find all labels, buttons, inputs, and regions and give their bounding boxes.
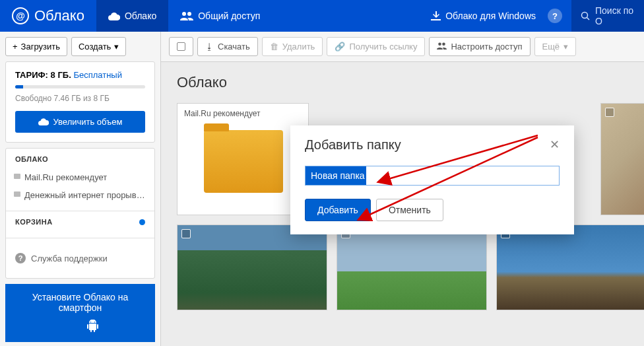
dialog-title: Добавить папку — [305, 137, 401, 153]
create-label: Создать — [79, 42, 111, 52]
download-button[interactable]: ⭳ Скачать — [197, 37, 258, 56]
cloud-icon — [108, 12, 120, 20]
storage-text: Свободно 7.46 ГБ из 8 ГБ — [15, 94, 145, 103]
sidebar: + Загрузить Создать ▾ ТАРИФ: 8 ГБ. Беспл… — [0, 32, 161, 346]
people-icon — [180, 12, 193, 20]
nav-shared[interactable]: Общий доступ — [168, 0, 272, 32]
sidebar-link-money[interactable]: Денежный интернет прорыв ... — [6, 186, 154, 204]
thumb-label: Mail.Ru рекомендует — [184, 109, 261, 118]
thumb-checkbox[interactable] — [181, 229, 191, 238]
image-thumb-1[interactable] — [177, 225, 327, 310]
more-label: Ещё — [542, 42, 560, 52]
get-link-button[interactable]: 🔗 Получить ссылку — [327, 37, 425, 56]
delete-button[interactable]: 🗑 Удалить — [262, 37, 323, 56]
upload-button[interactable]: + Загрузить — [5, 37, 67, 56]
question-icon: ? — [15, 253, 26, 263]
cloud-section-header: ОБЛАКО — [6, 155, 154, 168]
tariff-size: 8 ГБ. — [51, 70, 71, 80]
image-thumb-3[interactable] — [496, 225, 644, 310]
upload-label: Загрузить — [21, 42, 60, 52]
link-icon: 🔗 — [335, 42, 345, 52]
tariff-label: ТАРИФ: — [15, 70, 48, 80]
help-icon[interactable]: ? — [548, 9, 562, 23]
search-box[interactable]: Поиск по О — [571, 0, 644, 32]
sidebar-nav-card: ОБЛАКО Mail.Ru рекомендует Денежный инте… — [5, 148, 155, 279]
configure-access-label: Настроить доступ — [451, 42, 522, 52]
chevron-down-icon: ▾ — [564, 42, 568, 52]
select-all-checkbox[interactable] — [169, 37, 193, 56]
search-placeholder: Поиск по О — [595, 5, 635, 26]
dialog-cancel-button[interactable]: Отменить — [376, 199, 443, 221]
nav-cloud[interactable]: Облако — [96, 0, 168, 32]
support-link[interactable]: ? Служба поддержки — [6, 245, 154, 271]
more-button[interactable]: Ещё ▾ — [534, 37, 577, 56]
thumb-checkbox[interactable] — [605, 108, 614, 117]
nav-windows-label: Облако для Windows — [445, 11, 536, 21]
configure-access-button[interactable]: Настроить доступ — [429, 37, 530, 56]
storage-progress — [15, 85, 145, 88]
trash-section-header: КОРЗИНА — [15, 218, 53, 226]
nav-shared-label: Общий доступ — [198, 11, 260, 21]
folder-icon — [204, 130, 283, 193]
smartphone-text: Установите Облако на смартфон — [15, 292, 146, 313]
at-icon: @ — [12, 7, 29, 24]
nav-windows[interactable]: Облако для Windows — [419, 0, 548, 32]
trash-icon: 🗑 — [270, 42, 278, 52]
tariff-card: ТАРИФ: 8 ГБ. Бесплатный Свободно 7.46 ГБ… — [5, 61, 155, 143]
android-icon[interactable] — [87, 320, 98, 335]
close-icon: ✕ — [550, 138, 560, 151]
toolbar: ⭳ Скачать 🗑 Удалить 🔗 Получить ссылку На… — [161, 32, 644, 62]
dialog-add-button[interactable]: Добавить — [305, 199, 371, 221]
smartphone-promo[interactable]: Установите Облако на смартфон — [5, 284, 155, 342]
chevron-down-icon: ▾ — [114, 42, 119, 52]
delete-label: Удалить — [282, 42, 315, 52]
image-thumb-2[interactable] — [337, 225, 487, 310]
top-header: @ Облако Облако Общий доступ Облако для … — [0, 0, 644, 32]
download-label: Скачать — [218, 42, 250, 52]
create-button[interactable]: Создать ▾ — [71, 37, 126, 56]
cloud-icon — [38, 118, 49, 125]
folder-thumb-recommend[interactable]: Mail.Ru рекомендует — [177, 103, 309, 215]
plus-icon: + — [13, 42, 18, 52]
get-link-label: Получить ссылку — [349, 42, 417, 52]
dialog-close-button[interactable]: ✕ — [550, 137, 560, 152]
svg-point-0 — [582, 13, 588, 18]
trash-indicator-icon — [139, 219, 145, 225]
logo[interactable]: @ Облако — [0, 7, 96, 24]
people-icon — [437, 42, 447, 52]
add-folder-dialog: Добавить папку ✕ Добавить Отменить — [290, 125, 574, 234]
svg-line-1 — [587, 18, 590, 20]
tariff-plan-link[interactable]: Бесплатный — [73, 70, 122, 80]
download-icon: ⭳ — [205, 42, 214, 52]
increase-storage-button[interactable]: Увеличить объем — [15, 111, 145, 133]
increase-label: Увеличить объем — [53, 117, 123, 127]
support-label: Служба поддержки — [31, 254, 108, 263]
page-title: Облако — [177, 74, 644, 91]
sidebar-link-recommend[interactable]: Mail.Ru рекомендует — [6, 168, 154, 186]
search-icon — [581, 11, 590, 20]
download-icon — [431, 11, 441, 20]
nav-cloud-label: Облако — [125, 11, 156, 21]
logo-text: Облако — [34, 7, 84, 24]
image-thumb-person[interactable] — [600, 103, 644, 215]
folder-name-input[interactable] — [305, 166, 560, 186]
